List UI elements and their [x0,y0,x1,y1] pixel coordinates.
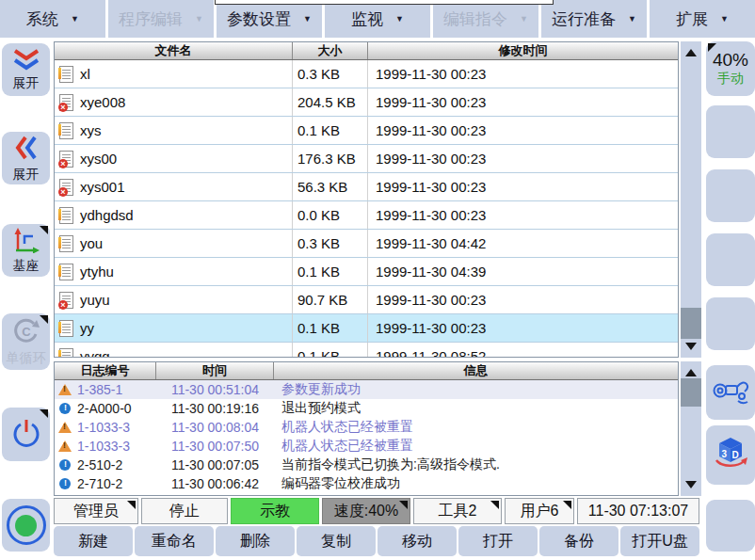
file-time-cell: 1999-11-30 04:39 [368,258,678,285]
file-row[interactable]: you 0.3 KB 1999-11-30 04:42 [55,230,678,258]
scroll-down-arrow-icon[interactable] [685,481,697,488]
file-row[interactable]: xys00 176.3 KB 1999-11-30 00:23 [55,145,678,173]
3d-view-button[interactable]: 3 D [706,425,755,485]
status-field-label: 管理员 [73,502,119,521]
log-level-icon [58,383,72,396]
robot-view-button[interactable] [706,365,755,420]
log-row[interactable]: 2-A000-0 11-30 00:19:16 退出预约模式 [55,399,678,418]
column-header-modified: 修改时间 [368,42,678,59]
status-field[interactable]: 11-30 07:13:07 [577,498,699,524]
status-field[interactable]: 工具2 [413,498,502,524]
log-id-cell: 1-1033-3 [55,420,156,435]
menu-item[interactable]: 监视 ▼ [325,0,430,38]
file-time-cell: 1999-11-30 00:23 [368,145,678,172]
expand-left-button[interactable]: 展开 [2,132,50,184]
log-row[interactable]: 1-1033-3 11-30 00:06:03 伺服没有标定，请先标定伺服 [55,493,678,496]
power-button[interactable] [2,408,50,461]
log-message-cell: 编码器零位校准成功 [274,475,678,492]
menu-item[interactable]: 运行准备 ▼ [541,0,647,38]
log-id: 1-1033-3 [77,439,130,454]
log-table-scrollbar[interactable] [681,361,701,496]
file-row[interactable]: xys001 56.3 KB 1999-11-30 00:23 [55,173,678,201]
log-row[interactable]: 1-385-1 11-30 00:51:04 参数更新成功 [55,380,678,399]
log-id: 2-510-2 [77,457,122,472]
menu-item[interactable]: 程序编辑 ▼ [108,0,214,38]
file-icon [59,179,73,196]
right-panel-empty-button-4[interactable] [706,297,755,350]
single-cycle-button[interactable]: C 单循环 [2,313,50,370]
speed-mode-button[interactable]: 40% 手动 [706,41,755,96]
file-table: 文件名 大小 修改时间 xl 0.3 KB 1999-11-30 00:23 [54,41,679,358]
action-button-label: 新建 [78,532,108,552]
action-button[interactable]: 打开U盘 [620,526,699,556]
file-row[interactable]: xye008 204.5 KB 1999-11-30 00:23 [55,88,678,117]
log-message-cell: 退出预约模式 [274,400,678,417]
log-row[interactable]: 1-1033-3 11-30 00:07:50 机器人状态已经被重置 [55,437,678,456]
status-field[interactable]: 示教 [231,498,319,524]
coordinate-axes-icon [12,227,40,256]
menu-item[interactable]: 参数设置 ▼ [217,0,322,38]
status-field-label: 工具2 [439,502,477,521]
scroll-up-arrow-icon[interactable] [685,49,697,56]
right-panel-empty-button-3[interactable] [706,233,755,286]
file-name-cell: xl [55,60,293,88]
menu-item[interactable]: 扩展 ▼ [650,0,755,38]
expand-down-button[interactable]: 展开 [2,43,50,96]
log-id-cell: 2-510-2 [55,457,156,472]
menu-item[interactable]: 系统 ▼ [0,0,105,38]
status-field[interactable]: 停止 [141,498,228,524]
column-header-log-id: 日志编号 [55,362,156,379]
log-time-cell: 11-30 00:08:04 [156,420,274,435]
robot-arm-icon [711,374,750,411]
scrollbar-thumb[interactable] [681,378,701,407]
scrollbar-thumb[interactable] [681,308,701,339]
log-level-icon [58,458,72,472]
action-button[interactable]: 打开 [458,526,538,556]
file-row[interactable]: yuyu 90.7 KB 1999-11-30 00:23 [55,286,678,314]
file-table-body: xl 0.3 KB 1999-11-30 00:23 xye008 204.5 … [55,60,678,358]
svg-text:C: C [22,325,31,339]
scroll-up-arrow-icon[interactable] [685,369,697,376]
file-row[interactable]: ydhgdsd 0.0 KB 1999-11-30 00:23 [55,201,678,230]
file-size-cell: 90.7 KB [293,286,368,313]
base-frame-button[interactable]: 基座 [2,224,50,277]
log-row[interactable]: 2-510-2 11-30 00:07:05 当前指令模式已切换为:高级指令模式… [55,456,678,474]
file-name: yygg [80,348,110,358]
file-row[interactable]: yygg 0.1 KB 1999-11-30 08:52 [55,343,678,358]
file-row[interactable]: yy 0.1 KB 1999-11-30 00:23 [55,314,678,343]
action-button[interactable]: 重命名 [135,526,214,556]
file-name: you [80,235,103,251]
menu-item[interactable]: 编辑指令 ▼ [433,0,538,38]
status-field[interactable]: 速度:40% [322,498,410,524]
file-row[interactable]: ytyhu 0.1 KB 1999-11-30 04:39 [55,258,678,286]
status-field-label: 示教 [260,502,290,521]
status-field[interactable]: 管理员 [54,498,138,524]
action-button-label: 重命名 [152,532,197,552]
right-panel-empty-button-5[interactable] [706,500,755,552]
file-name-cell: yygg [55,343,293,358]
chevron-down-icon: ▼ [520,15,528,24]
file-row[interactable]: xl 0.3 KB 1999-11-30 00:23 [55,60,678,88]
log-id: 1-385-1 [77,382,122,397]
log-row[interactable]: 1-1033-3 11-30 00:08:04 机器人状态已经被重置 [55,418,678,437]
file-size-cell: 204.5 KB [293,88,368,116]
status-field[interactable]: 用户6 [505,498,574,524]
action-button[interactable]: 备份 [539,526,618,556]
right-panel-empty-button-2[interactable] [706,169,755,222]
file-icon [59,122,73,139]
file-time-cell: 1999-11-30 00:23 [368,173,678,200]
mode-label: 手动 [717,71,744,87]
right-panel-empty-button-1[interactable] [706,105,755,158]
log-row[interactable]: 2-710-2 11-30 00:06:42 编码器零位校准成功 [55,474,678,493]
expand-left-label: 展开 [13,167,40,184]
menu-item-label: 编辑指令 [443,8,507,30]
action-button[interactable]: 复制 [297,526,376,556]
scroll-down-arrow-icon[interactable] [685,343,697,350]
action-button[interactable]: 删除 [216,526,295,556]
action-button[interactable]: 移动 [378,526,457,556]
file-row[interactable]: xys 0.1 KB 1999-11-30 00:23 [55,117,678,145]
servo-enable-button[interactable] [2,499,50,552]
action-button[interactable]: 新建 [54,526,133,556]
file-name-cell: xys001 [55,173,293,200]
file-table-scrollbar[interactable] [681,41,701,358]
